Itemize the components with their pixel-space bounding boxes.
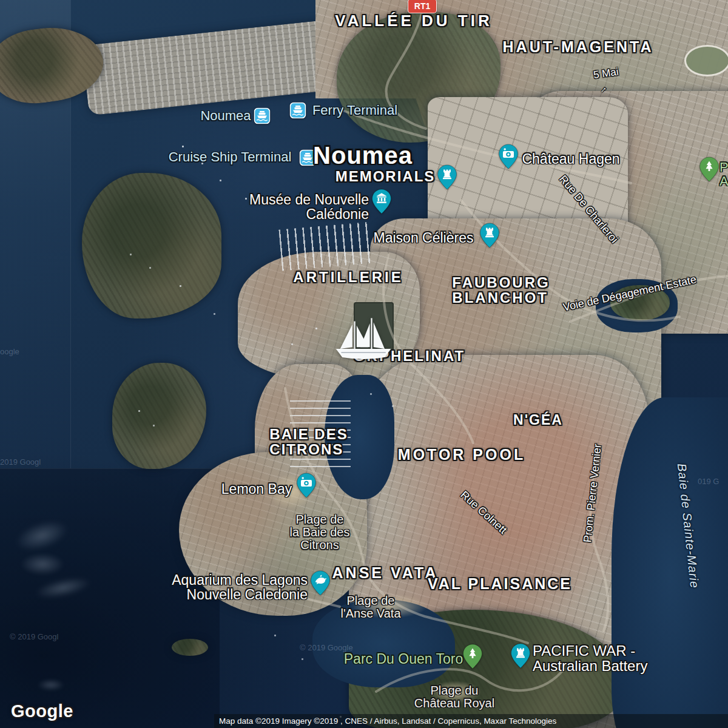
label-line: Château Royal bbox=[414, 697, 494, 710]
label-line: FAUBOURG bbox=[452, 275, 550, 290]
label-line: ARTILLERIE bbox=[293, 269, 403, 285]
museum-pin-icon[interactable] bbox=[372, 189, 392, 214]
lemon-bay-label[interactable]: Lemon Bay bbox=[221, 482, 292, 496]
label-line: 5 Mai→ bbox=[593, 67, 621, 90]
label-line: BAIE DES bbox=[269, 426, 348, 442]
tree-pin-icon[interactable] bbox=[699, 157, 720, 182]
label-line: N'GÉA bbox=[513, 413, 563, 427]
label-line: P bbox=[720, 160, 728, 174]
imagery-watermark: oogle bbox=[0, 347, 19, 356]
parc-du-ouen-toro-label[interactable]: Parc Du Ouen Toro bbox=[344, 652, 463, 666]
val-plaisance-label: VAL PLAISANCE bbox=[428, 576, 572, 592]
chateau-hagen-label[interactable]: Château Hagen bbox=[522, 152, 619, 166]
memorials-label: MEMORIALS bbox=[335, 169, 436, 184]
label-line: Plage du bbox=[414, 684, 494, 697]
label-line: CITRONS bbox=[269, 442, 348, 457]
label-line: Calédonie bbox=[249, 207, 369, 221]
label-line: Maison Célières bbox=[374, 231, 474, 245]
label-line: A bbox=[720, 174, 728, 188]
label-line: PACIFIC WAR - bbox=[533, 643, 647, 658]
rook-pin-icon[interactable] bbox=[437, 164, 457, 190]
label-line: Ferry Terminal bbox=[312, 103, 397, 117]
label-line: Plage de bbox=[290, 513, 350, 526]
label-line: Aquarium des Lagons bbox=[172, 573, 308, 587]
imagery-watermark: 019 G bbox=[698, 477, 719, 486]
ferry-terminal-label[interactable]: Ferry Terminal bbox=[312, 103, 397, 117]
faubourg-blanchot-label: FAUBOURGBLANCHOT bbox=[452, 275, 550, 306]
label-line: MOTOR POOL bbox=[398, 447, 525, 463]
plage-de-lanse-vata-label: Plage del'Anse Vata bbox=[340, 595, 400, 620]
attribution-text: Map data ©2019 Imagery ©2019 , CNES / Ai… bbox=[219, 716, 556, 726]
musee-nouvelle-caledonie-label[interactable]: Musée de NouvelleCalédonie bbox=[249, 192, 369, 222]
route-badge-text: RT1 bbox=[414, 1, 430, 11]
label-line: ANSE VATA bbox=[332, 565, 439, 581]
imagery-watermark: © 2019 Googl bbox=[10, 632, 58, 641]
noumea-city-label: Noumea bbox=[313, 143, 413, 168]
label-line: Parc Du Ouen Toro bbox=[344, 652, 463, 666]
map-canvas[interactable]: oogle2019 Googl© 2019 Googl© 2019 Google… bbox=[0, 0, 728, 728]
label-line: MEMORIALS bbox=[335, 169, 436, 184]
label-line: HAUT-MAGENTA bbox=[503, 39, 654, 55]
label-line: Musée de Nouvelle bbox=[249, 192, 369, 207]
artillerie-label: ARTILLERIE bbox=[293, 269, 403, 285]
attribution-bar: Map data ©2019 Imagery ©2019 , CNES / Ai… bbox=[214, 714, 728, 728]
label-line: la Baie des bbox=[290, 526, 350, 539]
camera-pin-icon[interactable] bbox=[499, 144, 519, 169]
baie-des-citrons-label: BAIE DESCITRONS bbox=[269, 426, 348, 457]
google-logo[interactable]: Google bbox=[11, 701, 73, 721]
sailboat-icon bbox=[335, 318, 393, 363]
aquarium-des-lagons-label[interactable]: Aquarium des LagonsNouvelle Caledonie bbox=[172, 573, 308, 602]
route-badge-rt1: RT1 bbox=[408, 0, 437, 13]
label-line: VAL PLAISANCE bbox=[428, 576, 572, 592]
plage-du-chateau-royal-label: Plage duChâteau Royal bbox=[414, 684, 494, 710]
haut-magenta-label: HAUT-MAGENTA bbox=[503, 39, 654, 55]
rook-pin-icon[interactable] bbox=[480, 223, 500, 248]
park-label-partial-label[interactable]: PA bbox=[720, 160, 728, 189]
five-mai-label: 5 Mai→ bbox=[593, 67, 621, 90]
label-line: Lemon Bay bbox=[221, 482, 292, 496]
label-line: Cruise Ship Terminal bbox=[169, 150, 292, 164]
label-line: BLANCHOT bbox=[452, 290, 550, 305]
label-line: l'Anse Vata bbox=[340, 607, 400, 620]
cruise-ship-terminal-label[interactable]: Cruise Ship Terminal bbox=[169, 150, 292, 164]
imagery-watermark: 2019 Googl bbox=[0, 457, 41, 467]
maison-celieres-label[interactable]: Maison Célières bbox=[374, 231, 474, 245]
noumea-wharf-label[interactable]: Noumea bbox=[200, 109, 251, 123]
ferry-icon[interactable] bbox=[290, 103, 306, 119]
plage-de-la-baie-des-citrons-label: Plage dela Baie desCitrons bbox=[290, 513, 350, 552]
ngea-label: N'GÉA bbox=[513, 413, 563, 427]
motor-pool-label: MOTOR POOL bbox=[398, 447, 525, 463]
label-line: Noumea bbox=[200, 109, 251, 123]
pacific-war-australian-battery-label[interactable]: PACIFIC WAR -Australian Battery bbox=[533, 643, 647, 674]
label-line: Noumea bbox=[313, 143, 413, 168]
ferry-icon[interactable] bbox=[254, 108, 271, 124]
tree-pin-icon[interactable] bbox=[463, 644, 483, 669]
dolphin-pin-icon[interactable] bbox=[311, 570, 331, 596]
label-line: Château Hagen bbox=[522, 152, 619, 166]
label-line: Nouvelle Caledonie bbox=[172, 587, 308, 602]
label-line: Plage de bbox=[340, 595, 400, 607]
label-line: Citrons bbox=[290, 539, 350, 552]
rook-pin-icon[interactable] bbox=[511, 643, 531, 669]
label-line: VALLÉE DU TIR bbox=[335, 13, 493, 30]
label-line: Australian Battery bbox=[533, 658, 647, 673]
vallee-du-tir-label: VALLÉE DU TIR bbox=[335, 13, 493, 30]
anse-vata-label: ANSE VATA bbox=[332, 565, 439, 581]
camera-pin-icon[interactable] bbox=[297, 473, 317, 498]
